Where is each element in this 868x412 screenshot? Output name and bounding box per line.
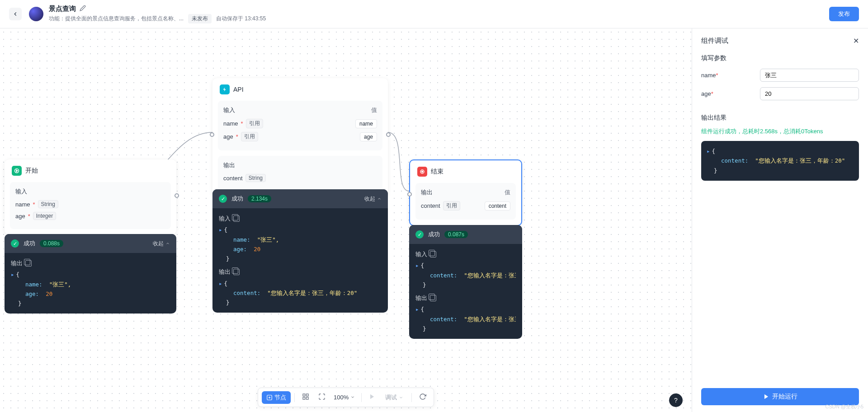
node-api[interactable]: API 输入值 name* 引用 name age* 引用 age 输出 con… bbox=[212, 78, 388, 197]
status-tag: 未发布 bbox=[188, 14, 212, 23]
page-title: 景点查询 bbox=[49, 5, 76, 13]
input-label: 输入 bbox=[415, 249, 427, 259]
node-title: 结束 bbox=[431, 168, 443, 176]
input-label: 输入 bbox=[219, 214, 231, 223]
field-label: age bbox=[701, 90, 711, 97]
output-label: 输出 bbox=[219, 267, 231, 276]
section-value: 值 bbox=[505, 188, 510, 197]
status-text: 成功 bbox=[428, 230, 440, 239]
publish-button[interactable]: 发布 bbox=[829, 7, 859, 21]
help-button[interactable]: ? bbox=[669, 393, 683, 407]
params-section-title: 填写参数 bbox=[701, 54, 859, 62]
svg-marker-11 bbox=[370, 394, 374, 399]
duration-badge: 2.134s bbox=[248, 195, 271, 202]
svg-rect-7 bbox=[303, 394, 305, 396]
success-icon: ✓ bbox=[219, 195, 227, 203]
collapse-button[interactable]: 收起 bbox=[364, 195, 382, 203]
name-input[interactable] bbox=[760, 69, 859, 82]
node-start-result: ✓ 成功 0.088s 收起 输出 ▸{ name: "张三", age: 20… bbox=[5, 234, 176, 314]
param-row: content 引用 content bbox=[421, 201, 510, 211]
status-text: 成功 bbox=[24, 239, 35, 248]
param-row: name* 引用 name bbox=[223, 119, 377, 128]
section-output: 输出 bbox=[421, 188, 433, 197]
app-header: 景点查询 功能：提供全面的景点信息查询服务，包括景点名称、... 未发布 自动保… bbox=[0, 0, 868, 28]
debug-button[interactable]: 调试 bbox=[381, 391, 408, 404]
section-input: 输入 bbox=[15, 187, 165, 196]
close-icon[interactable]: ✕ bbox=[853, 37, 859, 45]
collapse-button[interactable]: 收起 bbox=[153, 240, 170, 248]
zoom-level[interactable]: 100% bbox=[331, 394, 358, 401]
node-end[interactable]: 结束 输出值 content 引用 content bbox=[409, 159, 522, 226]
success-icon: ✓ bbox=[11, 239, 19, 248]
duration-badge: 0.088s bbox=[40, 240, 63, 247]
bottom-toolbar: 节点 100% 调试 bbox=[258, 388, 434, 407]
input-port[interactable] bbox=[407, 192, 412, 197]
status-text: 成功 bbox=[231, 195, 243, 203]
output-port[interactable] bbox=[386, 132, 391, 137]
autosave-text: 自动保存于 13:43:55 bbox=[216, 15, 266, 23]
project-avatar bbox=[29, 7, 43, 21]
svg-rect-8 bbox=[306, 394, 308, 396]
panel-title: 组件调试 bbox=[701, 37, 728, 45]
node-start[interactable]: 开始 输入 name* String age* Integer bbox=[5, 159, 176, 234]
section-output: 输出 bbox=[223, 161, 377, 169]
node-end-result: ✓ 成功 0.087s 输入 ▸{ content: "您输入名字是：张三，年龄… bbox=[409, 225, 522, 339]
svg-marker-12 bbox=[764, 394, 768, 399]
svg-marker-1 bbox=[16, 170, 18, 172]
input-port[interactable] bbox=[210, 132, 214, 137]
copy-icon[interactable] bbox=[25, 260, 32, 267]
redo-icon[interactable] bbox=[415, 391, 430, 404]
success-icon: ✓ bbox=[415, 230, 424, 239]
age-input[interactable] bbox=[760, 87, 859, 100]
svg-point-3 bbox=[422, 171, 423, 173]
add-node-button[interactable]: 节点 bbox=[262, 391, 291, 404]
field-label: name bbox=[701, 72, 716, 79]
back-button[interactable] bbox=[9, 8, 22, 20]
node-title: 开始 bbox=[25, 167, 38, 175]
param-row: age* 引用 age bbox=[223, 132, 377, 141]
copy-icon[interactable] bbox=[233, 269, 240, 275]
param-row: content String bbox=[223, 174, 377, 182]
section-value: 值 bbox=[371, 106, 377, 114]
section-input: 输入 bbox=[223, 106, 235, 114]
grid-icon[interactable] bbox=[298, 391, 313, 404]
svg-rect-9 bbox=[303, 397, 305, 399]
duration-badge: 0.087s bbox=[444, 231, 468, 238]
param-row: name* String bbox=[15, 200, 165, 208]
watermark: CSDN @全栈小5 bbox=[825, 403, 863, 410]
run-button[interactable]: 开始运行 bbox=[701, 388, 859, 405]
copy-icon[interactable] bbox=[233, 215, 240, 222]
page-subtitle: 功能：提供全面的景点信息查询服务，包括景点名称、... bbox=[49, 15, 184, 23]
output-section-title: 输出结果 bbox=[701, 114, 859, 122]
node-title: API bbox=[233, 86, 244, 93]
output-port[interactable] bbox=[175, 193, 179, 198]
output-json: ▸{ content: "您输入名字是：张三，年龄：20" } bbox=[701, 141, 859, 181]
api-icon bbox=[220, 84, 230, 94]
debug-panel: 组件调试 ✕ 填写参数 name* age* 输出结果 组件运行成功，总耗时2.… bbox=[692, 28, 868, 412]
param-row: age* Integer bbox=[15, 212, 165, 220]
success-message: 组件运行成功，总耗时2.568s，总消耗0Tokens bbox=[701, 127, 859, 136]
workflow-canvas[interactable]: 开始 输入 name* String age* Integer ✓ 成功 0.0… bbox=[0, 28, 692, 412]
end-icon bbox=[417, 167, 427, 177]
node-api-result: ✓ 成功 2.134s 收起 输入 ▸{ name: "张三", age: 20… bbox=[212, 189, 388, 313]
svg-rect-10 bbox=[306, 397, 308, 399]
output-label: 输出 bbox=[11, 258, 23, 268]
output-label: 输出 bbox=[415, 293, 427, 303]
copy-icon[interactable] bbox=[430, 295, 436, 301]
edit-title-icon[interactable] bbox=[80, 5, 86, 13]
copy-icon[interactable] bbox=[430, 251, 436, 258]
start-icon bbox=[12, 166, 22, 176]
play-icon[interactable] bbox=[365, 391, 379, 403]
fit-view-icon[interactable] bbox=[315, 391, 329, 404]
